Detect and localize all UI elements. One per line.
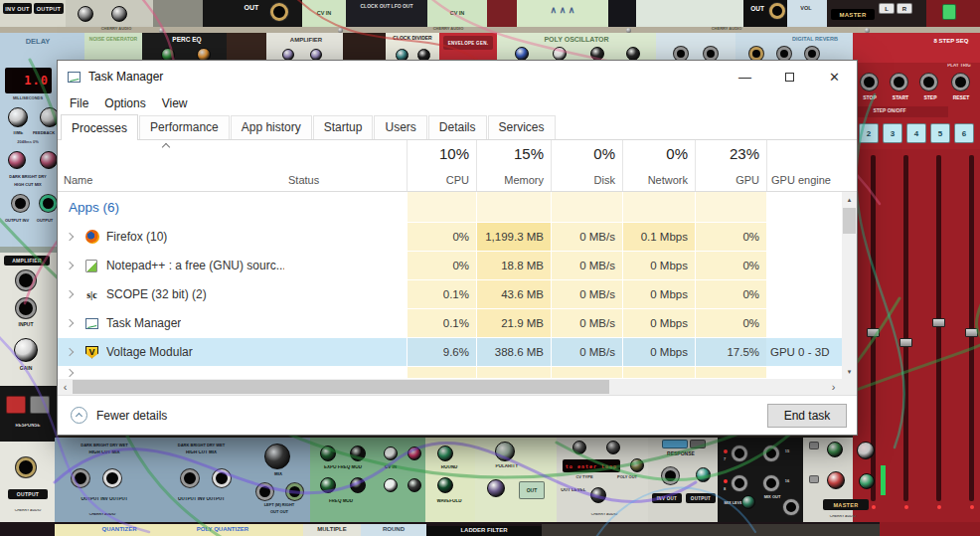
blue-slider-button[interactable] [662, 440, 688, 448]
knob[interactable] [626, 47, 640, 61]
vertical-scroll-thumb[interactable] [843, 208, 856, 234]
small-button[interactable] [809, 442, 819, 449]
tab-app-history[interactable]: App history [231, 115, 312, 139]
jack[interactable] [749, 47, 763, 61]
jack[interactable] [861, 74, 878, 90]
scroll-right-arrow[interactable]: › [826, 379, 841, 395]
knob[interactable] [40, 151, 58, 169]
jack[interactable] [769, 3, 785, 19]
step-button-6[interactable]: 6 [954, 123, 974, 143]
knob[interactable] [437, 446, 453, 461]
end-task-button[interactable]: End task [767, 404, 847, 428]
column-status[interactable]: Status [288, 174, 319, 186]
jack[interactable] [805, 47, 819, 61]
column-name[interactable]: Name [64, 174, 92, 186]
tab-users[interactable]: Users [374, 115, 426, 139]
jack[interactable] [674, 47, 688, 61]
jack[interactable] [952, 74, 969, 90]
partial-row[interactable] [58, 367, 857, 378]
jack[interactable] [704, 47, 718, 61]
jack[interactable] [16, 298, 36, 318]
knob[interactable] [350, 446, 366, 461]
group-row[interactable]: Apps (6) [58, 192, 857, 222]
jack[interactable] [181, 469, 199, 487]
out-button[interactable]: OUT [519, 481, 545, 499]
green-button[interactable] [942, 4, 956, 20]
jack[interactable] [213, 469, 231, 487]
expand-chevron-icon[interactable] [66, 319, 74, 327]
step-button-2[interactable]: 2 [859, 123, 879, 143]
knob[interactable] [384, 447, 398, 460]
red-button[interactable] [6, 396, 26, 414]
horizontal-scroll-thumb[interactable] [73, 380, 609, 394]
jack[interactable] [40, 195, 57, 212]
knob[interactable] [590, 47, 604, 61]
knob[interactable] [741, 495, 755, 509]
jack[interactable] [270, 3, 288, 21]
knob[interactable] [495, 442, 515, 461]
knob[interactable] [590, 487, 606, 503]
scroll-up-arrow[interactable]: ▴ [842, 192, 857, 207]
step-button-4[interactable]: 4 [906, 123, 926, 143]
table-row[interactable]: Task Manager0.1%21.9 MB0 MB/s0 Mbps0% [58, 309, 857, 337]
jack[interactable] [777, 47, 791, 61]
slider-cap[interactable] [965, 328, 978, 337]
step-button-5[interactable]: 5 [930, 123, 950, 143]
jack[interactable] [256, 483, 273, 500]
knob[interactable] [320, 446, 336, 461]
jack[interactable] [732, 446, 747, 461]
column-disk[interactable]: 0%Disk [551, 140, 622, 191]
table-row[interactable]: Notepad++ : a free (GNU) sourc...0%18.8 … [58, 252, 857, 279]
step-button-3[interactable]: 3 [883, 123, 902, 143]
title-bar[interactable]: Task Manager — ✕ [58, 61, 857, 92]
knob[interactable] [408, 478, 421, 492]
expand-chevron-icon[interactable] [66, 368, 74, 376]
table-row[interactable]: VVoltage Modular9.6%388.6 MB0 MB/s0 Mbps… [58, 338, 857, 366]
knob[interactable] [111, 6, 127, 22]
seq-slider[interactable] [969, 155, 974, 501]
tab-performance[interactable]: Performance [139, 115, 230, 139]
menu-view[interactable]: View [154, 96, 196, 110]
knob[interactable] [857, 442, 875, 459]
column-memory[interactable]: 15%Memory [476, 140, 551, 191]
r-button[interactable]: R [897, 3, 912, 14]
knob[interactable] [8, 107, 28, 127]
jack[interactable] [103, 469, 121, 487]
expand-chevron-icon[interactable] [66, 348, 74, 356]
knob[interactable] [437, 477, 453, 493]
jack[interactable] [783, 499, 799, 515]
seq-slider[interactable] [936, 155, 941, 501]
tab-processes[interactable]: Processes [61, 114, 138, 140]
small-button[interactable] [809, 475, 819, 483]
jack[interactable] [920, 74, 937, 90]
jack[interactable] [732, 475, 747, 491]
tab-services[interactable]: Services [488, 115, 556, 139]
table-row[interactable]: s|cSCOPE (32 bit) (2)0.1%43.6 MB0 MB/s0 … [58, 280, 857, 308]
knob[interactable] [515, 47, 529, 61]
knob[interactable] [264, 444, 290, 469]
knob[interactable] [320, 477, 336, 493]
minimize-button[interactable]: — [723, 61, 767, 92]
scroll-down-arrow[interactable]: ▾ [842, 364, 857, 379]
jack[interactable] [72, 469, 89, 487]
jack[interactable] [763, 475, 779, 491]
knob[interactable] [350, 477, 366, 493]
column-cpu[interactable]: 10%CPU [407, 140, 476, 191]
jack[interactable] [662, 467, 679, 484]
knob[interactable] [78, 6, 93, 22]
knob[interactable] [606, 441, 620, 454]
close-button[interactable]: ✕ [812, 61, 857, 92]
jack[interactable] [891, 74, 907, 90]
column-gpu[interactable]: 23%GPU [695, 140, 766, 191]
gray-slider-button[interactable] [690, 440, 706, 448]
jack[interactable] [16, 457, 36, 477]
expand-chevron-icon[interactable] [66, 290, 74, 298]
slider-cap[interactable] [899, 338, 912, 347]
seq-slider[interactable] [903, 155, 908, 501]
jack[interactable] [763, 446, 779, 461]
knob[interactable] [487, 479, 505, 497]
jack[interactable] [286, 483, 303, 500]
knob[interactable] [553, 47, 567, 61]
knob[interactable] [408, 447, 421, 460]
jack[interactable] [12, 195, 29, 212]
